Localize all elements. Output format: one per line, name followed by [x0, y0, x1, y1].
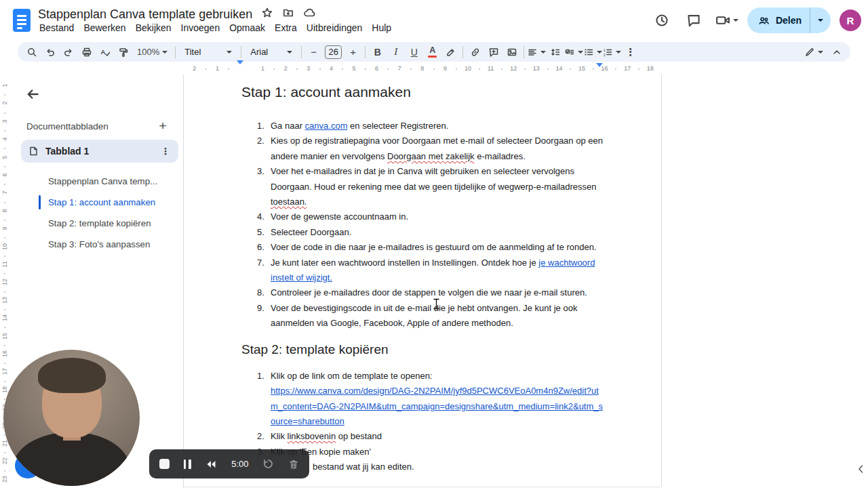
underline-button[interactable]: U — [405, 43, 423, 61]
separator — [365, 46, 366, 58]
list-item: 1.Klik op de link om de template te open… — [241, 369, 621, 430]
share-label: Delen — [776, 15, 802, 26]
more-options-icon[interactable]: ⋮ — [621, 43, 639, 61]
presenter-hair — [38, 358, 106, 393]
ruler-tick — [205, 68, 207, 70]
insert-link-icon[interactable] — [466, 43, 484, 61]
cloud-status-icon[interactable] — [303, 7, 315, 22]
docs-logo[interactable] — [13, 9, 31, 32]
pause-icon[interactable] — [184, 460, 191, 469]
trash-icon[interactable] — [288, 459, 299, 470]
collapse-toolbar-icon[interactable] — [827, 43, 846, 61]
menu-uitbreidingen[interactable]: Uitbreidingen — [302, 21, 368, 35]
menu-bekijken[interactable]: Bekijken — [131, 21, 176, 35]
zoom-select[interactable]: 100% — [132, 43, 172, 61]
rewind-icon[interactable] — [205, 460, 217, 469]
font-size-input[interactable]: 26 — [325, 45, 342, 59]
stop-icon[interactable] — [159, 459, 170, 469]
list-item: 6.Voer de code in die naar je e-mailadre… — [241, 240, 621, 255]
editing-mode-button[interactable] — [804, 43, 823, 61]
numbered-list-button[interactable]: 12 — [602, 43, 621, 61]
print-icon[interactable] — [77, 43, 96, 61]
add-tab-icon[interactable]: + — [155, 118, 171, 134]
document-title[interactable]: Stappenplan Canva template gebruiken — [38, 7, 252, 22]
back-arrow-icon[interactable] — [22, 84, 43, 104]
ruler-tick — [4, 345, 5, 346]
insert-image-icon[interactable] — [502, 43, 521, 61]
ruler-number: 6 — [375, 65, 378, 72]
outline-item[interactable]: Stap 1: account aanmaken — [10, 192, 183, 213]
font-size-decrease[interactable]: − — [304, 43, 323, 61]
star-icon[interactable] — [261, 7, 273, 22]
paint-format-icon[interactable] — [114, 43, 132, 61]
line-spacing-button[interactable] — [546, 43, 564, 61]
text-run: Klik — [271, 431, 288, 441]
video-call-icon — [715, 13, 730, 28]
recording-timer: 5:00 — [231, 459, 248, 469]
tab-item-selected[interactable]: Tabblad 1 ⋮ — [21, 140, 178, 163]
menu-bestand[interactable]: Bestand — [35, 21, 79, 35]
text-run: Selecteer Doorgaan. — [271, 227, 351, 237]
bold-button[interactable]: B — [368, 43, 387, 61]
doc-heading: Stap 1: account aanmaken — [241, 83, 621, 101]
menu-extra[interactable]: Extra — [270, 21, 302, 35]
text-run: en selecteer Registreren. — [347, 121, 448, 131]
text-color-button[interactable]: A — [423, 43, 441, 61]
ruler-number: 1 — [1, 83, 8, 87]
ruler-number: 10 — [465, 65, 471, 72]
document-page[interactable]: Stap 1: account aanmaken1.Ga naar canva.… — [183, 75, 662, 487]
doc-link[interactable]: canva.com — [305, 121, 348, 131]
move-folder-icon[interactable] — [282, 7, 294, 22]
share-options-caret[interactable] — [810, 7, 831, 33]
ruler-number: 8 — [420, 65, 424, 72]
align-button[interactable] — [527, 43, 546, 61]
dropdown-caret-icon[interactable] — [733, 19, 738, 22]
list-number: 8. — [257, 285, 271, 300]
ruler-tick — [570, 68, 571, 70]
checklist-button[interactable] — [564, 43, 583, 61]
add-comment-icon[interactable] — [484, 43, 502, 61]
bulleted-list-button[interactable] — [583, 43, 602, 61]
menu-opmaak[interactable]: Opmaak — [224, 21, 270, 35]
outline-item[interactable]: Stap 3: Foto's aanpassen — [10, 234, 183, 255]
outline-item[interactable]: Stap 2: template kopiëren — [10, 213, 183, 234]
doc-link[interactable]: https://www.canva.com/design/DAG-2N2PAIM… — [271, 384, 604, 429]
list-item: 7.Je kunt later een wachtwoord instellen… — [241, 256, 621, 286]
ruler-tick — [615, 68, 616, 70]
restart-icon[interactable] — [262, 458, 274, 470]
video-call-button[interactable] — [713, 13, 741, 28]
kebab-icon[interactable]: ⋮ — [159, 146, 172, 157]
tab-icon — [28, 146, 39, 157]
ruler-number: 17 — [1, 368, 8, 375]
ruler-number: 15 — [578, 65, 585, 72]
redo-icon[interactable] — [59, 43, 77, 61]
webcam-overlay[interactable] — [3, 350, 140, 486]
font-select[interactable]: Arial — [244, 43, 298, 61]
list-number: 2. — [257, 429, 271, 444]
comments-icon[interactable] — [681, 7, 707, 33]
list-number: 5. — [257, 225, 271, 240]
avatar[interactable]: R — [840, 9, 861, 31]
spellcheck-icon[interactable]: A — [96, 43, 114, 61]
history-icon[interactable] — [649, 7, 675, 33]
horizontal-ruler[interactable]: 21123456789101112131415161718 — [0, 64, 868, 75]
outline-item[interactable]: Stappenplan Canva temp... — [10, 171, 183, 192]
undo-icon[interactable] — [41, 43, 59, 61]
paragraph-style-select[interactable]: Titel — [178, 43, 238, 61]
ruler-number: 11 — [1, 261, 8, 267]
highlight-button[interactable] — [441, 43, 460, 61]
font-size-increase[interactable]: + — [344, 43, 362, 61]
ruler-tick — [4, 273, 5, 274]
ruler-tick — [4, 470, 5, 472]
italic-button[interactable]: I — [387, 43, 405, 61]
tabs-header: Documenttabbladen + — [26, 118, 171, 134]
ruler-tick — [4, 113, 5, 114]
menu-hulp[interactable]: Hulp — [367, 21, 396, 35]
ruler-tick — [4, 291, 5, 293]
search-icon[interactable] — [22, 43, 41, 61]
menu-invoegen[interactable]: Invoegen — [176, 21, 225, 35]
collapse-panel-icon[interactable] — [855, 462, 866, 476]
share-button[interactable]: Delen — [747, 7, 831, 33]
menu-bewerken[interactable]: Bewerken — [79, 21, 130, 35]
ruler-number: 7 — [398, 65, 401, 72]
